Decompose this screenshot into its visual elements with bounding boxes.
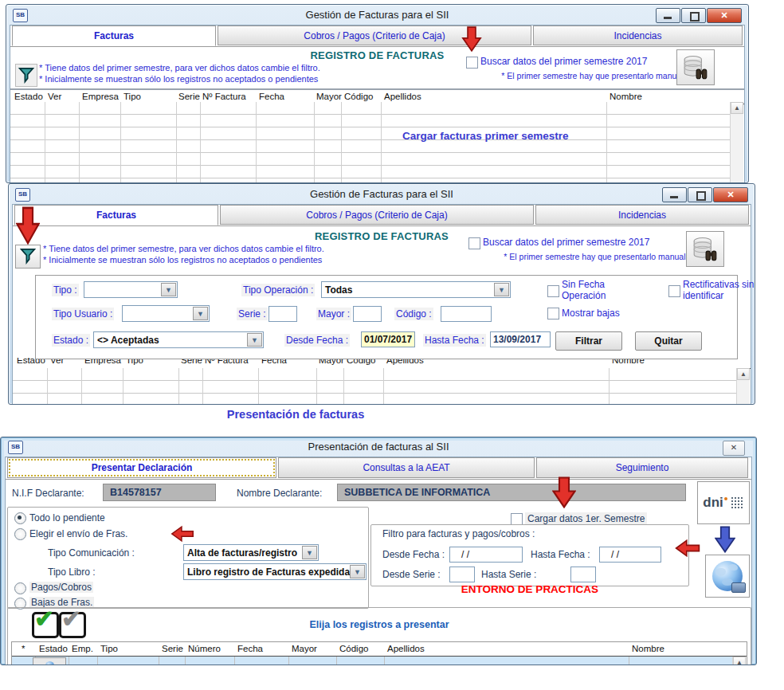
enviar-internet-button[interactable] [705, 555, 750, 598]
col-apellidos: Apellidos [387, 644, 425, 653]
rectificativas-label: Rectificativas sin identificar [683, 279, 755, 301]
scroll-up-icon[interactable]: ▲ [737, 368, 750, 380]
tab-incidencias[interactable]: Incidencias [535, 205, 749, 225]
desde-fecha-input[interactable]: 01/07/2017 [361, 331, 415, 347]
tipo-label: Tipo : [52, 284, 79, 296]
col-star: * [22, 644, 25, 653]
nombre-label: Nombre Declarante: [237, 488, 322, 499]
window-title: Gestión de Facturas para el SII [9, 188, 755, 200]
col-mayor: Mayor [316, 92, 342, 101]
restore-button[interactable] [681, 8, 706, 23]
tab-consultas-aeat[interactable]: Consultas a la AEAT [278, 457, 535, 478]
vertical-scrollbar[interactable]: ▲ [732, 657, 746, 665]
elija-registros-text: Elija los registros a presentar [8, 619, 751, 630]
mostrar-bajas-label: Mostrar bajas [562, 308, 620, 319]
col-estado: Estado [39, 644, 68, 653]
quitar-button[interactable]: Quitar [635, 331, 702, 351]
red-arrow-left-icon [167, 525, 198, 545]
chevron-down-icon[interactable]: ▼ [193, 307, 208, 320]
minimize-button[interactable] [662, 187, 687, 202]
chevron-down-icon[interactable]: ▼ [494, 283, 509, 296]
hasta-fecha-input[interactable]: / / [599, 547, 661, 563]
codigo-label: Código : [394, 308, 433, 320]
hasta-fecha-input[interactable]: 13/09/2017 [490, 331, 551, 347]
desde-serie-input[interactable] [449, 567, 475, 582]
tab-cobros-pagos[interactable]: Cobros / Pagos (Criterio de Caja) [218, 25, 531, 45]
hasta-serie-input[interactable] [570, 567, 596, 582]
tab-presentar-declaracion[interactable]: Presentar Declaración [7, 457, 276, 478]
tab-incidencias[interactable]: Incidencias [533, 25, 743, 45]
chevron-down-icon[interactable]: ▼ [350, 565, 365, 578]
dni-electronico-button[interactable]: dni [697, 481, 750, 524]
table-row[interactable] [12, 657, 733, 665]
elegir-envio-radio[interactable] [14, 528, 26, 540]
chevron-down-icon[interactable]: ▼ [302, 546, 317, 559]
vertical-scrollbar[interactable]: ▲ [730, 102, 743, 182]
tipo-usuario-dropdown[interactable]: ▼ [122, 305, 210, 322]
tab-facturas[interactable]: Facturas [12, 25, 216, 46]
scroll-up-icon[interactable]: ▲ [731, 102, 743, 114]
filter-funnel-button[interactable] [15, 245, 41, 269]
desde-serie-label: Desde Serie : [382, 569, 441, 580]
window-body: Facturas Cobros / Pagos (Criterio de Caj… [10, 25, 745, 182]
registros-group: ✔ ✔ Elija los registros a presentar * Es… [7, 607, 751, 665]
filtro-group: Filtro para facturas y pagos/cobros : De… [370, 524, 689, 586]
restore-button[interactable] [688, 187, 712, 202]
database-binoculars-icon [692, 237, 719, 262]
col-apellidos: Apellidos [384, 92, 421, 101]
close-button[interactable]: ✕ [707, 8, 742, 23]
vertical-scrollbar[interactable]: ▲ [736, 368, 750, 404]
tipo-comunicacion-label: Tipo Comunicación : [48, 547, 135, 559]
chevron-down-icon[interactable]: ▼ [247, 333, 262, 347]
mostrar-bajas-checkbox[interactable] [547, 308, 559, 320]
tipo-libro-dropdown[interactable]: Libro registro de Facturas expedidas ▼ [183, 563, 367, 580]
entorno-practicas-text: ENTORNO DE PRACTICAS [370, 583, 689, 595]
titlebar[interactable]: SB Gestión de Facturas para el SII ✕ [6, 5, 748, 25]
tab-cobros-pagos[interactable]: Cobros / Pagos (Criterio de Caja) [220, 205, 534, 225]
chevron-down-icon[interactable]: ▼ [161, 283, 176, 296]
col-nombre: Nombre [632, 644, 664, 653]
invoice-table-body[interactable] [13, 368, 737, 404]
tab-facturas[interactable]: Facturas [14, 205, 218, 225]
todo-pendiente-radio[interactable] [14, 512, 26, 524]
search-database-button[interactable] [676, 49, 715, 85]
tipo-operacion-dropdown[interactable]: Todas ▼ [321, 281, 511, 298]
cargar-semestre-checkbox[interactable] [511, 513, 523, 525]
hasta-fecha-label: Hasta Fecha : [423, 334, 486, 347]
minimize-button[interactable] [656, 8, 680, 23]
window-presentacion: SB Presentación de facturas al SII ✕ Pre… [0, 437, 757, 665]
buscar-semestre-checkbox[interactable] [466, 57, 478, 69]
rectificativas-checkbox[interactable] [668, 285, 680, 297]
card-icon [731, 582, 746, 593]
pagos-cobros-radio[interactable] [14, 582, 26, 594]
invoice-table-body[interactable]: Cargar facturas primer semestre [10, 102, 731, 182]
buscar-semestre-checkbox[interactable] [468, 237, 480, 249]
hasta-serie-label: Hasta Serie : [481, 569, 536, 580]
titlebar[interactable]: SB Presentación de facturas al SII ✕ [1, 437, 756, 457]
close-button[interactable]: ✕ [713, 187, 748, 202]
search-database-button[interactable] [686, 231, 724, 267]
registros-table-header[interactable]: * Estado Emp. Tipo Serie Número Fecha Ma… [12, 642, 747, 657]
elegir-envio-label: Elegir el envío de Fras. [29, 528, 127, 539]
tipo-dropdown[interactable]: ▼ [84, 281, 178, 298]
col-numero: Número [188, 644, 221, 653]
tipo-comunicacion-dropdown[interactable]: Alta de facturas/registro ▼ [183, 544, 319, 561]
close-button[interactable]: ✕ [723, 441, 745, 456]
tab-strip: Facturas Cobros / Pagos (Criterio de Caj… [13, 205, 751, 226]
scroll-up-icon[interactable]: ▲ [733, 657, 746, 665]
sin-fecha-checkbox[interactable] [547, 285, 559, 297]
serie-input[interactable] [269, 306, 297, 322]
col-fecha: Fecha [237, 644, 263, 653]
desde-fecha-label: Desde Fecha : [382, 549, 445, 560]
codigo-input[interactable] [441, 306, 492, 322]
mayor-input[interactable] [353, 306, 382, 322]
filtrar-button[interactable]: Filtrar [555, 331, 622, 351]
filter-funnel-icon[interactable] [15, 64, 37, 87]
invoice-table-header[interactable]: Estado Ver Empresa Tipo Serie Nº Factura… [13, 358, 751, 369]
desde-fecha-input[interactable]: / / [449, 547, 523, 563]
hasta-fecha-label: Hasta Fecha : [531, 549, 590, 560]
tab-seguimiento[interactable]: Seguimiento [536, 457, 748, 478]
estado-dropdown[interactable]: <> Aceptadas ▼ [93, 331, 264, 348]
titlebar[interactable]: SB Gestión de Facturas para el SII ✕ [9, 184, 755, 204]
window-title: Gestión de Facturas para el SII [6, 9, 748, 21]
